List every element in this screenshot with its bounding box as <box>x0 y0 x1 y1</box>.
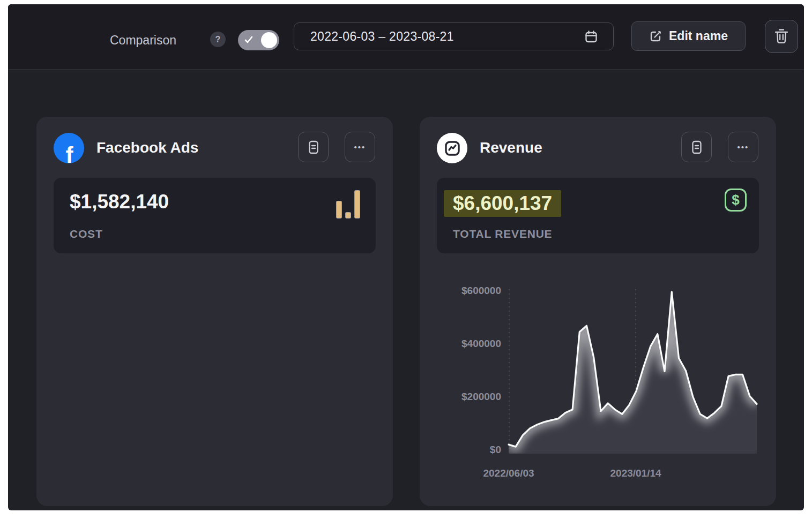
delete-button[interactable] <box>765 20 798 53</box>
y-axis-tick-label: $400000 <box>420 338 501 350</box>
facebook-icon: f <box>54 133 84 163</box>
toggle-knob <box>261 32 277 48</box>
revenue-chart-svg <box>509 289 757 455</box>
cost-metric-tile: $1,582,140 COST <box>54 178 376 253</box>
ellipsis-icon: ••• <box>354 142 366 152</box>
comparison-label: Comparison <box>110 33 176 48</box>
cost-label: COST <box>70 228 103 240</box>
x-axis-tick-label: 2023/01/14 <box>610 468 661 479</box>
edit-name-button[interactable]: Edit name <box>631 21 746 51</box>
more-options-button[interactable]: ••• <box>345 132 375 162</box>
trash-icon <box>773 28 789 45</box>
date-range-input[interactable]: 2022-06-03 – 2023-08-21 <box>294 22 614 50</box>
facebook-glyph: f <box>66 144 73 163</box>
comparison-toggle[interactable] <box>238 30 279 50</box>
app-window: Comparison ? 2022-06-03 – 2023-08-21 Edi… <box>8 4 804 510</box>
calendar-icon <box>584 30 598 44</box>
notes-button[interactable] <box>298 132 329 162</box>
y-axis-tick-label: $0 <box>420 444 501 456</box>
top-bar: Comparison ? 2022-06-03 – 2023-08-21 Edi… <box>8 4 804 70</box>
check-icon <box>244 36 253 43</box>
revenue-chart: $0$200000$400000$600000 2022/06/032023/0… <box>420 117 776 506</box>
facebook-card-title: Facebook Ads <box>96 139 198 156</box>
facebook-ads-card: f Facebook Ads ••• $1,582,140 COST <box>36 117 393 506</box>
bar-chart-icon <box>336 190 361 218</box>
edit-pencil-icon <box>649 29 662 43</box>
revenue-card: Revenue ••• $6,600,137 TOTAL REVENUE $ $… <box>420 117 776 506</box>
document-icon <box>307 140 320 155</box>
edit-name-label: Edit name <box>669 29 728 43</box>
date-range-value: 2022-06-03 – 2023-08-21 <box>310 29 454 44</box>
help-icon[interactable]: ? <box>210 32 226 47</box>
cost-value: $1,582,140 <box>70 191 169 213</box>
y-axis-tick-label: $200000 <box>420 391 501 403</box>
x-axis-tick-label: 2022/06/03 <box>483 468 534 479</box>
y-axis-tick-label: $600000 <box>420 285 501 297</box>
